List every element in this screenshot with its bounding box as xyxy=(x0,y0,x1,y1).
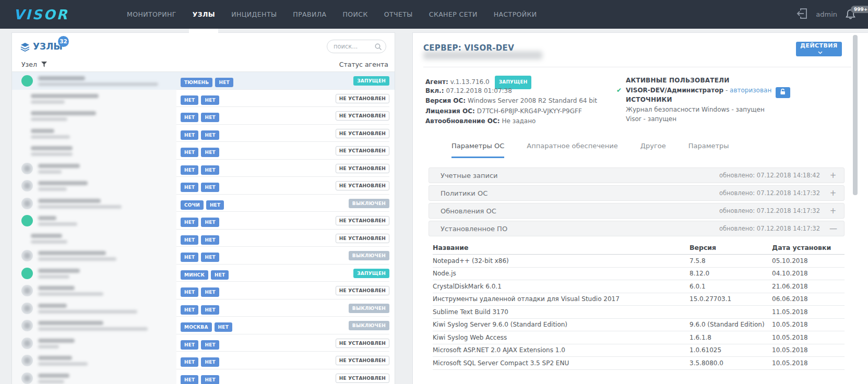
agent-status-badge: ВЫКЛЮЧЕН xyxy=(349,321,389,330)
section-header[interactable]: Установленное ПОобновлено: 07.12.2018 14… xyxy=(429,221,845,236)
node-row[interactable]: МОСКВАНЕТВЫКЛЮЧЕН xyxy=(12,317,395,334)
node-row[interactable]: НЕТНЕТНЕ УСТАНОВЛЕН xyxy=(12,107,395,125)
active-user-row: ✔VISOR-DEV/Администратор - авторизован xyxy=(616,86,790,95)
software-table-header: НазваниеВерсияДата установки xyxy=(433,241,845,255)
source-line: Visor - запущен xyxy=(616,114,790,124)
node-row[interactable]: НЕТНЕТНЕ УСТАНОВЛЕН xyxy=(12,230,395,247)
expand-icon[interactable]: + xyxy=(829,188,837,198)
agent-status-badge: НЕ УСТАНОВЛЕН xyxy=(336,146,389,155)
notifications-count-badge: 999+ xyxy=(851,6,868,13)
section-header[interactable]: Учетные записиобновлено: 07.12.2018 14:1… xyxy=(429,167,845,183)
redacted-node-name xyxy=(38,247,116,261)
node-row[interactable]: НЕТНЕТНЕ УСТАНОВЛЕН xyxy=(12,142,395,160)
caret-down-icon xyxy=(818,51,823,54)
software-row: Sublime Text Build 317011.05.2018 xyxy=(433,306,845,319)
agent-status-badge: НЕ УСТАНОВЛЕН xyxy=(336,181,389,190)
software-row: Node.js8.12.004.10.2018 xyxy=(433,268,845,281)
nav-item[interactable]: ПРАВИЛА xyxy=(293,0,326,29)
node-row[interactable]: НЕТНЕТНЕ УСТАНОВЛЕН xyxy=(12,212,395,230)
source-line: Журнал безопасности Windows - запущен xyxy=(616,105,790,115)
nav-item[interactable]: СКАНЕР СЕТИ xyxy=(429,0,478,29)
section-updated: обновлено: 07.12.2018 14:17:32 xyxy=(719,207,820,214)
agent-status-badge: НЕ УСТАНОВЛЕН xyxy=(336,339,389,348)
node-row[interactable]: НЕТНЕТНЕ УСТАНОВЛЕН xyxy=(12,177,395,195)
nodes-panel: УЗЛЫ 32 Узел Статус агента ТЮМЕНЬНЕТЗАПУ… xyxy=(11,32,395,384)
nav-item[interactable]: ОТЧЕТЫ xyxy=(384,0,413,29)
unlock-icon xyxy=(780,89,787,95)
scrollbar-thumb[interactable] xyxy=(853,35,858,195)
tag-badge: НЕТ xyxy=(201,183,219,192)
node-avatar xyxy=(21,320,33,331)
node-avatar xyxy=(21,250,33,261)
info-line: Автообновление ОС:Не задано xyxy=(425,116,597,127)
node-row[interactable]: НЕТНЕТНЕ УСТАНОВЛЕН xyxy=(12,90,395,107)
nav-item[interactable]: ПОИСК xyxy=(343,0,368,29)
node-row[interactable]: СОЧИНЕТВЫКЛЮЧЕН xyxy=(12,195,395,212)
software-row: CrystalDiskMark 6.0.16.0.121.06.2018 xyxy=(433,280,845,293)
agent-status-badge: ВЫКЛЮЧЕН xyxy=(349,251,389,260)
tag-badge: НЕТ xyxy=(181,287,198,297)
layers-icon xyxy=(20,42,30,54)
bell-icon xyxy=(845,13,856,22)
info-line: Лицензия ОС:D7TCH-6P8JP-KRG4P-VJKYY-P9GF… xyxy=(425,106,597,117)
node-row[interactable]: НЕТНЕТВЫКЛЮЧЕН xyxy=(12,299,395,317)
tab-active[interactable]: Параметры ОС xyxy=(451,142,504,158)
redacted-node-name xyxy=(38,282,103,296)
node-row[interactable]: НЕТНЕТНЕ УСТАНОВЛЕН xyxy=(12,352,395,369)
tag-badge: НЕТ xyxy=(181,253,198,262)
info-line: Агент:v.1.13.716.0ЗАПУЩЕН xyxy=(425,76,597,86)
nav-item[interactable]: НАСТРОЙКИ xyxy=(494,0,537,29)
node-row[interactable]: ТЮМЕНЬНЕТЗАПУЩЕН xyxy=(12,72,395,90)
node-row[interactable]: НЕТНЕТНЕ УСТАНОВЛЕН xyxy=(12,282,395,299)
expand-icon[interactable]: + xyxy=(829,171,837,180)
agent-status-badge: НЕ УСТАНОВЛЕН xyxy=(336,216,389,225)
redacted-node-name xyxy=(38,334,75,349)
column-node[interactable]: Узел xyxy=(21,61,47,68)
section-header[interactable]: Политики ОСобновлено: 07.12.2018 14:17:3… xyxy=(429,185,845,201)
node-row[interactable]: НЕТНЕТНЕ УСТАНОВЛЕН xyxy=(12,369,395,384)
tab-inactive[interactable]: Другое xyxy=(640,142,666,157)
check-icon: ✔ xyxy=(616,86,622,95)
node-row[interactable]: НЕТНЕТНЕ УСТАНОВЛЕН xyxy=(12,160,395,177)
detail-tabs: Параметры ОСАппаратное обеспечениеДругое… xyxy=(451,140,752,158)
node-row[interactable]: МИНСКНЕТЗАПУЩЕН xyxy=(12,265,395,282)
logout-icon[interactable] xyxy=(795,8,808,21)
actions-button[interactable]: ДЕЙСТВИЯ xyxy=(796,42,842,56)
software-row: Microsoft SQL Server Compact 3.5 SP2 ENU… xyxy=(433,357,845,370)
tag-badge: НЕТ xyxy=(201,235,219,245)
node-row[interactable]: НЕТНЕТВЫКЛЮЧЕН xyxy=(12,247,395,265)
tag-badge: НЕТ xyxy=(201,253,219,262)
redacted-node-name xyxy=(38,352,88,366)
tag-badge: ТЮМЕНЬ xyxy=(181,78,212,87)
tag-badge: НЕТ xyxy=(201,218,219,227)
redacted-node-name xyxy=(31,142,73,156)
tag-badge: НЕТ xyxy=(201,113,219,122)
tag-badge: НЕТ xyxy=(215,322,232,332)
nav-item[interactable]: УЗЛЫ xyxy=(193,0,215,29)
nav-item[interactable]: МОНИТОРИНГ xyxy=(127,0,176,29)
tab-inactive[interactable]: Аппаратное обеспечение xyxy=(527,142,617,157)
redacted-node-name xyxy=(38,317,148,331)
tag-badge: НЕТ xyxy=(201,357,219,367)
authorized-link[interactable]: авторизован xyxy=(730,87,771,94)
app-logo: VISOR xyxy=(14,7,69,22)
filter-icon[interactable] xyxy=(41,62,47,67)
node-row[interactable]: НЕТНЕТНЕ УСТАНОВЛЕН xyxy=(12,125,395,142)
notifications-bell[interactable]: 999+ xyxy=(845,8,857,21)
node-avatar xyxy=(21,303,33,314)
user-name[interactable]: admin xyxy=(816,10,837,18)
tag-badge: МОСКВА xyxy=(181,322,212,332)
nav-item[interactable]: ИНЦИДЕНТЫ xyxy=(231,0,277,29)
node-row[interactable]: НЕТНЕТНЕ УСТАНОВЛЕН xyxy=(12,334,395,352)
collapse-icon[interactable]: — xyxy=(829,224,837,233)
section-updated: обновлено: 07.12.2018 14:18:42 xyxy=(719,172,820,179)
agent-status-badge: ВЫКЛЮЧЕН xyxy=(349,304,389,313)
redacted-node-name xyxy=(38,369,69,383)
expand-icon[interactable]: + xyxy=(829,206,837,215)
agent-status-badge: ВЫКЛЮЧЕН xyxy=(349,199,389,208)
agent-status-badge: НЕ УСТАНОВЛЕН xyxy=(336,234,389,243)
section-header[interactable]: Обновления ОСобновлено: 07.12.2018 14:17… xyxy=(429,203,845,219)
tag-badge: НЕТ xyxy=(181,375,198,384)
tab-inactive[interactable]: Параметры xyxy=(688,142,729,157)
node-avatar xyxy=(21,338,33,349)
